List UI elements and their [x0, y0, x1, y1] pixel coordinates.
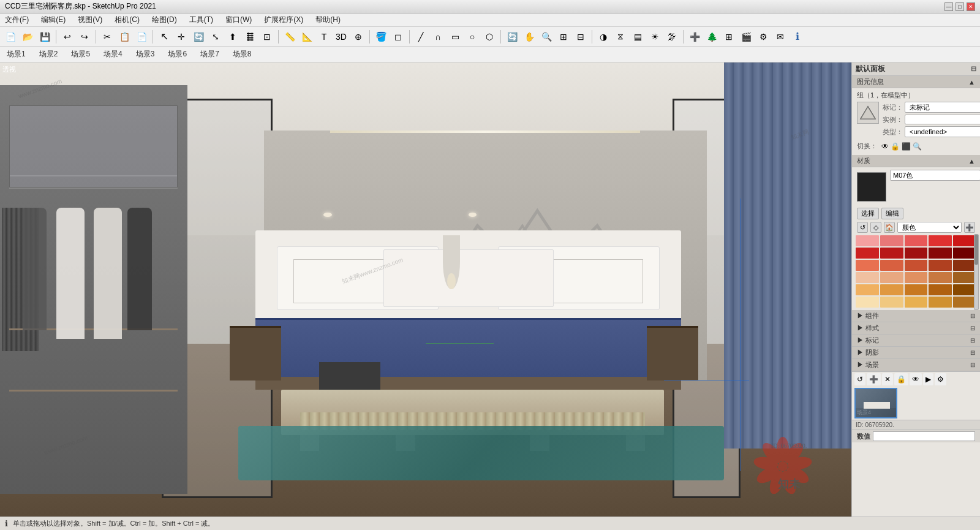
scene-tab-8[interactable]: 场景8	[228, 47, 256, 61]
scene-tab-6[interactable]: 场景6	[164, 47, 191, 61]
color-swatch[interactable]	[856, 272, 879, 283]
color-swatch[interactable]	[856, 260, 879, 271]
scene-thumbnail[interactable]: 场景4	[854, 388, 897, 418]
copy-button[interactable]: 📋	[116, 29, 132, 45]
color-swatch[interactable]	[953, 235, 976, 246]
color-swatch[interactable]	[880, 297, 903, 308]
color-swatch[interactable]	[856, 248, 879, 259]
color-swatch[interactable]	[929, 235, 952, 246]
color-swatch[interactable]	[856, 297, 879, 308]
menu-item-t[interactable]: 工具(T)	[187, 13, 216, 26]
tree-button[interactable]: 🌲	[704, 29, 720, 45]
zoom-window-tool[interactable]: ⊞	[556, 29, 571, 45]
maximize-button[interactable]: □	[956, 2, 964, 11]
color-swatch[interactable]	[929, 248, 952, 259]
color-mode-dropdown[interactable]: 颜色 材质	[897, 222, 962, 233]
viewport[interactable]: 透视	[0, 62, 851, 517]
new-file-button[interactable]: 📄	[2, 29, 18, 45]
menu-item-v[interactable]: 视图(V)	[75, 13, 105, 26]
settings-button[interactable]: ⚙	[755, 29, 771, 45]
color-swatch[interactable]	[880, 284, 903, 295]
zoom-tool[interactable]: 🔍	[538, 29, 554, 45]
receive-shadows-icon[interactable]: 🔍	[913, 142, 922, 151]
grid-button[interactable]: ⊞	[721, 29, 737, 45]
zoom-extents-tool[interactable]: ⊟	[573, 29, 589, 45]
shadows-section[interactable]: ▶ 阴影 ⊟	[852, 347, 980, 359]
menu-item-c[interactable]: 相机(C)	[112, 13, 142, 26]
open-button[interactable]: 📂	[20, 29, 36, 45]
menu-item-d[interactable]: 绘图(D)	[149, 13, 179, 26]
color-swatch[interactable]	[929, 272, 952, 283]
arc-tool[interactable]: ∩	[430, 29, 446, 45]
select-button[interactable]: 选择	[857, 208, 879, 219]
add-color-button[interactable]: ➕	[964, 222, 975, 233]
color-swatch[interactable]	[929, 260, 952, 271]
material-section-title[interactable]: 材质 ▲	[852, 155, 980, 167]
element-info-section-title[interactable]: 图元信息 ▲	[852, 76, 980, 88]
undo-button[interactable]: ↩	[59, 29, 75, 45]
text-tool[interactable]: T	[316, 29, 332, 45]
type-dropdown[interactable]: <undefined>	[905, 126, 980, 137]
scene-tab-1[interactable]: 场景1	[2, 47, 30, 61]
scene-tab-3[interactable]: 场景5	[67, 47, 94, 61]
menu-item-f[interactable]: 文件(F)	[2, 13, 31, 26]
menu-item-w[interactable]: 窗口(W)	[223, 13, 254, 26]
color-swatch[interactable]	[856, 284, 879, 295]
color-swatch[interactable]	[953, 284, 976, 295]
paste-button[interactable]: 📄	[134, 29, 149, 45]
values-input[interactable]	[873, 431, 975, 441]
color-swatch[interactable]	[953, 272, 976, 283]
color-swatch[interactable]	[880, 235, 903, 246]
paint-bucket-tool[interactable]: 🪣	[373, 29, 389, 45]
scene-tab-5[interactable]: 场景3	[132, 47, 159, 61]
color-swatch[interactable]	[905, 297, 928, 308]
color-swatch[interactable]	[929, 284, 952, 295]
color-swatch[interactable]	[929, 297, 952, 308]
refresh-scenes-button[interactable]: ↺	[854, 373, 865, 385]
color-swatch[interactable]	[905, 260, 928, 271]
color-swatch[interactable]	[880, 272, 903, 283]
hide-scene-button[interactable]: 👁	[910, 373, 922, 385]
offset-tool[interactable]: ⊡	[259, 29, 275, 45]
move-tool[interactable]: ✛	[173, 29, 189, 45]
scenes-section[interactable]: ▶ 场景 ⊟	[852, 359, 980, 371]
tags-section[interactable]: ▶ 标记 ⊟	[852, 335, 980, 347]
scene-tab-2[interactable]: 场景2	[35, 47, 62, 61]
minimize-button[interactable]: —	[944, 2, 953, 11]
push-pull-tool[interactable]: ⬆	[225, 29, 241, 45]
lock-scene-button[interactable]: 🔒	[894, 373, 908, 385]
scene-settings-button[interactable]: ⚙	[935, 373, 946, 385]
menu-item-x[interactable]: 扩展程序(X)	[262, 13, 306, 26]
render-button[interactable]: 🎬	[738, 29, 754, 45]
eraser-tool[interactable]: ◻	[390, 29, 406, 45]
menu-item-e[interactable]: 编辑(E)	[39, 13, 68, 26]
save-button[interactable]: 💾	[37, 29, 53, 45]
edit-button[interactable]: 编辑	[881, 208, 903, 219]
scene-tab-4[interactable]: 场景4	[99, 47, 127, 61]
tape-measure-tool[interactable]: 📏	[282, 29, 298, 45]
layers-button[interactable]: ▤	[630, 29, 646, 45]
scene-tab-7[interactable]: 场景7	[196, 47, 224, 61]
fog-button[interactable]: 🌫	[664, 29, 680, 45]
color-swatch[interactable]	[880, 260, 903, 271]
add-scene-button[interactable]: ➕	[867, 373, 881, 385]
color-swatch[interactable]	[905, 235, 928, 246]
remove-scene-button[interactable]: ✕	[882, 373, 893, 385]
redo-button[interactable]: ↪	[77, 29, 92, 45]
lock-icon[interactable]: 🔒	[891, 142, 900, 151]
close-button[interactable]: ✕	[967, 2, 975, 11]
protractor-tool[interactable]: 📐	[299, 29, 315, 45]
color-swatch[interactable]	[905, 272, 928, 283]
circle-tool[interactable]: ○	[464, 29, 480, 45]
styles-section[interactable]: ▶ 样式 ⊟	[852, 322, 980, 335]
pan-tool[interactable]: ✋	[521, 29, 537, 45]
animate-button[interactable]: ▶	[923, 373, 933, 385]
shadows-button[interactable]: ☀	[647, 29, 663, 45]
visible-icon[interactable]: 👁	[881, 142, 889, 151]
components-section[interactable]: ▶ 组件 ⊟	[852, 310, 980, 322]
cut-button[interactable]: ✂	[99, 29, 115, 45]
color-swatch[interactable]	[856, 235, 879, 246]
info-icon[interactable]: ℹ	[5, 519, 8, 528]
email-button[interactable]: ✉	[772, 29, 788, 45]
sections-button[interactable]: ⧖	[612, 29, 628, 45]
